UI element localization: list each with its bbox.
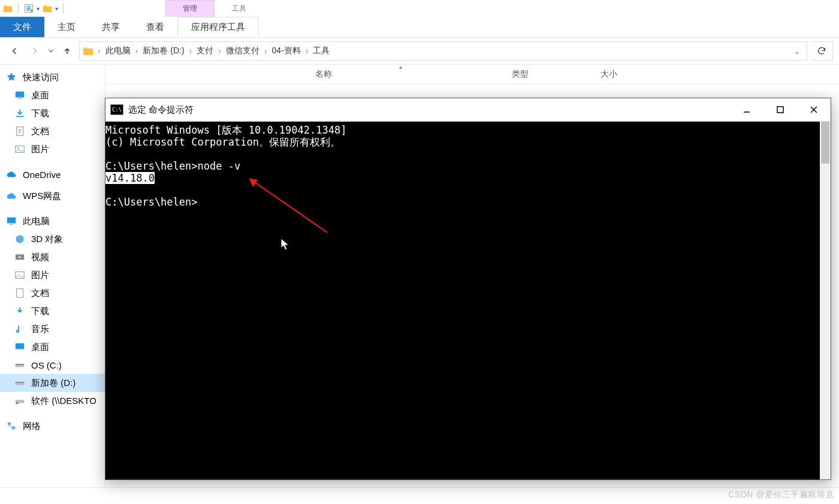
column-size[interactable]: 大小 bbox=[600, 69, 617, 80]
cmd-icon: C:\ bbox=[110, 104, 123, 115]
svg-rect-8 bbox=[16, 92, 24, 98]
chevron-right-icon[interactable]: › bbox=[218, 46, 221, 56]
cmd-scrollbar[interactable] bbox=[820, 122, 831, 479]
tab-file[interactable]: 文件 bbox=[0, 17, 44, 37]
sidebar-item-label: OneDrive bbox=[23, 170, 61, 180]
download-icon bbox=[14, 108, 25, 119]
cmd-output[interactable]: Microsoft Windows [版本 10.0.19042.1348] (… bbox=[105, 122, 831, 479]
sidebar-item-drive-c[interactable]: OS (C:) bbox=[0, 356, 105, 374]
minimize-button[interactable] bbox=[730, 98, 763, 121]
sidebar-item-pictures[interactable]: 图片 bbox=[0, 140, 105, 158]
sidebar-item-label: WPS网盘 bbox=[23, 191, 61, 202]
column-type[interactable]: 类型 bbox=[512, 69, 529, 80]
document-icon bbox=[14, 126, 25, 137]
sidebar-wps[interactable]: WPS网盘 bbox=[0, 187, 105, 205]
sidebar-item-3d[interactable]: 3D 对象 bbox=[0, 230, 105, 248]
breadcrumb[interactable]: 支付 bbox=[193, 44, 217, 58]
sort-indicator-icon: ▴ bbox=[399, 64, 402, 70]
sidebar-item-downloads-2[interactable]: 下载 bbox=[0, 302, 105, 320]
up-button[interactable] bbox=[59, 43, 76, 59]
svg-point-25 bbox=[16, 402, 19, 405]
sidebar-item-videos[interactable]: 视频 bbox=[0, 248, 105, 266]
watermark: CSDN @爱你三千遍斯塔克 bbox=[728, 490, 834, 500]
sidebar-item-label: 桌面 bbox=[31, 90, 49, 101]
properties-icon[interactable] bbox=[23, 3, 34, 14]
addr-dropdown-icon[interactable]: ⌄ bbox=[793, 46, 804, 56]
tab-home[interactable]: 主页 bbox=[44, 17, 89, 37]
svg-point-3 bbox=[31, 10, 33, 12]
svg-line-29 bbox=[249, 179, 327, 233]
mouse-cursor-icon bbox=[280, 238, 290, 251]
breadcrumb[interactable]: 新加卷 (D:) bbox=[139, 44, 188, 58]
sidebar-item-net-drive[interactable]: 软件 (\\DESKTO bbox=[0, 392, 105, 410]
star-icon bbox=[6, 72, 17, 83]
sidebar-item-downloads[interactable]: 下载 bbox=[0, 104, 105, 122]
nav-pane[interactable]: 快速访问 桌面 下载 文档 图片 OneDrive WPS网盘 此电脑 3D 对… bbox=[0, 65, 105, 487]
refresh-button[interactable] bbox=[811, 41, 833, 61]
picture-icon bbox=[14, 144, 25, 155]
breadcrumb[interactable]: 04-资料 bbox=[268, 44, 304, 58]
address-bar[interactable]: › 此电脑› 新加卷 (D:)› 支付› 微信支付› 04-资料› 工具 ⌄ bbox=[79, 41, 807, 61]
recent-chevron-icon[interactable] bbox=[47, 43, 55, 59]
maximize-button[interactable] bbox=[763, 98, 797, 121]
breadcrumb[interactable]: 工具 bbox=[309, 44, 333, 58]
sidebar-item-label: 下载 bbox=[31, 306, 49, 317]
sidebar-this-pc[interactable]: 此电脑 bbox=[0, 212, 105, 230]
sidebar-item-drive-d[interactable]: 新加卷 (D:) bbox=[0, 374, 105, 392]
column-headers[interactable]: ▴ 名称 类型 大小 bbox=[105, 65, 839, 84]
status-bar bbox=[0, 487, 839, 504]
chevron-right-icon[interactable]: › bbox=[135, 46, 138, 56]
sidebar-item-desktop-2[interactable]: 桌面 bbox=[0, 338, 105, 356]
back-button[interactable] bbox=[6, 43, 23, 59]
tab-share[interactable]: 共享 bbox=[89, 17, 133, 37]
sidebar-item-label: 视频 bbox=[31, 252, 49, 263]
folder-icon bbox=[82, 45, 94, 57]
sidebar-item-label: 网络 bbox=[23, 421, 41, 432]
forward-button[interactable] bbox=[26, 43, 43, 59]
chevron-right-icon[interactable]: › bbox=[189, 46, 192, 56]
cmd-titlebar[interactable]: C:\ 选定 命令提示符 bbox=[105, 98, 831, 122]
sidebar-quick-access[interactable]: 快速访问 bbox=[0, 68, 105, 86]
context-tab-tools[interactable]: 工具 bbox=[215, 0, 264, 17]
sidebar-item-desktop[interactable]: 桌面 bbox=[0, 86, 105, 104]
close-button[interactable] bbox=[797, 98, 831, 121]
sidebar-item-documents[interactable]: 文档 bbox=[0, 122, 105, 140]
open-folder-icon[interactable] bbox=[42, 3, 53, 14]
breadcrumb[interactable]: 此电脑 bbox=[102, 44, 134, 58]
scrollbar-thumb[interactable] bbox=[821, 122, 829, 164]
tab-app-tools[interactable]: 应用程序工具 bbox=[177, 17, 259, 37]
sidebar-item-label: 下载 bbox=[31, 108, 49, 119]
sidebar-item-documents-2[interactable]: 文档 bbox=[0, 284, 105, 302]
net-drive-icon bbox=[14, 396, 25, 406]
network-icon bbox=[6, 421, 17, 431]
sidebar-item-label: 3D 对象 bbox=[31, 234, 63, 245]
svg-rect-18 bbox=[17, 289, 23, 297]
column-name[interactable]: 名称 bbox=[315, 69, 332, 80]
breadcrumb[interactable]: 微信支付 bbox=[222, 44, 263, 58]
sidebar-item-label: 文档 bbox=[31, 126, 49, 137]
sidebar-item-pictures-2[interactable]: 图片 bbox=[0, 266, 105, 284]
svg-rect-21 bbox=[16, 364, 24, 365]
sidebar-network[interactable]: 网络 bbox=[0, 417, 105, 435]
sidebar-item-label: 音乐 bbox=[31, 324, 49, 335]
chevron-right-icon[interactable]: › bbox=[306, 46, 309, 56]
svg-rect-28 bbox=[777, 107, 783, 113]
folder-icon bbox=[2, 3, 13, 14]
picture-icon bbox=[14, 270, 25, 280]
tab-view[interactable]: 查看 bbox=[133, 17, 177, 37]
ribbon-tabs: 文件 主页 共享 查看 应用程序工具 bbox=[0, 17, 839, 38]
sidebar-onedrive[interactable]: OneDrive bbox=[0, 165, 105, 183]
cube-icon bbox=[14, 234, 25, 245]
cmd-window[interactable]: C:\ 选定 命令提示符 Microsoft Windows [版本 10.0.… bbox=[105, 98, 831, 480]
title-bar: ▾ ▾ 管理 工具 bbox=[0, 0, 839, 17]
qat-more-chevron-icon[interactable]: ▾ bbox=[55, 5, 58, 12]
context-tab-manage[interactable]: 管理 bbox=[165, 0, 215, 17]
chevron-right-icon[interactable]: › bbox=[98, 46, 101, 56]
sidebar-item-label: 此电脑 bbox=[23, 216, 50, 227]
svg-rect-23 bbox=[16, 382, 24, 383]
sidebar-item-music[interactable]: 音乐 bbox=[0, 320, 105, 338]
chevron-right-icon[interactable]: › bbox=[264, 46, 267, 56]
qat-chevron-icon[interactable]: ▾ bbox=[37, 5, 40, 12]
download-icon bbox=[14, 306, 25, 316]
sidebar-item-label: 文档 bbox=[31, 288, 49, 299]
